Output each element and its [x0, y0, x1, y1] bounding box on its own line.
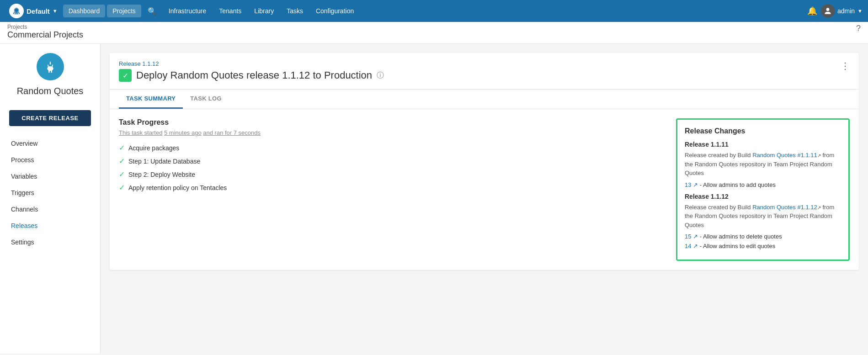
more-options-icon[interactable]: ⋮ — [841, 60, 850, 71]
rc-item-15-text: - Allow admins to delete quotes — [700, 233, 782, 240]
project-icon — [37, 53, 64, 80]
task-title: Deploy Random Quotes release 1.1.12 to P… — [136, 69, 372, 81]
release-1-1-11-desc: Release created by Build Random Quotes #… — [685, 151, 841, 178]
check-icon-1: ✓ — [119, 143, 125, 152]
octopus-logo — [9, 4, 24, 18]
rc-item-15-link[interactable]: 15 ↗ — [685, 233, 698, 240]
task-success-icon: ✓ — [119, 69, 132, 82]
search-icon[interactable]: 🔍 — [143, 4, 161, 18]
create-release-button[interactable]: CREATE RELEASE — [9, 110, 91, 126]
task-steps: ✓ Acquire packages ✓ Step 1: Update Data… — [119, 143, 667, 192]
check-icon-2: ✓ — [119, 157, 125, 165]
sidebar-item-variables[interactable]: Variables — [0, 168, 100, 185]
main-layout: Random Quotes CREATE RELEASE Overview Pr… — [0, 44, 868, 353]
svg-rect-5 — [51, 70, 52, 73]
release-1-1-12-title: Release 1.1.12 — [685, 193, 841, 200]
sidebar-item-settings[interactable]: Settings — [0, 234, 100, 250]
user-chevron-icon: ▼ — [857, 8, 863, 14]
task-started-link[interactable]: 5 minutes ago — [164, 129, 202, 136]
admin-label: admin — [837, 7, 855, 15]
nav-right: 🔔 admin ▼ — [807, 4, 863, 18]
sidebar-nav: Overview Process Variables Triggers Chan… — [0, 135, 100, 250]
breadcrumb-title: Commercial Projects — [7, 30, 83, 40]
task-card-title-section: Release 1.1.12 ✓ Deploy Random Quotes re… — [119, 60, 384, 82]
release-link[interactable]: Release 1.1.12 — [119, 60, 384, 67]
task-progress-title: Task Progress — [119, 118, 667, 127]
task-tabs: TASK SUMMARY TASK LOG — [110, 90, 859, 109]
release-1-1-11-item-1: 13 ↗ - Allow admins to add quotes — [685, 181, 841, 188]
release-1-1-11-link[interactable]: Random Quotes #1.1.11 — [752, 152, 817, 159]
rc-item-14-link[interactable]: 14 ↗ — [685, 243, 698, 249]
nav-library[interactable]: Library — [249, 5, 279, 17]
sidebar-item-triggers[interactable]: Triggers — [0, 185, 100, 201]
brand-chevron-icon: ▼ — [53, 8, 58, 14]
sidebar-item-releases[interactable]: Releases — [0, 217, 100, 234]
task-card-header: Release 1.1.12 ✓ Deploy Random Quotes re… — [110, 53, 859, 90]
check-icon-4: ✓ — [119, 183, 125, 192]
notification-bell-icon[interactable]: 🔔 — [807, 6, 817, 16]
task-content: Task Progress This task started 5 minute… — [110, 109, 859, 270]
nav-infrastructure[interactable]: Infrastructure — [163, 5, 212, 17]
task-help-icon[interactable]: ⓘ — [377, 71, 384, 80]
release-changes-title: Release Changes — [685, 127, 841, 135]
brand-label: Default — [27, 7, 50, 15]
task-title-row: ✓ Deploy Random Quotes release 1.1.12 to… — [119, 69, 384, 82]
project-name: Random Quotes — [17, 86, 84, 96]
nav-dashboard[interactable]: Dashboard — [63, 5, 106, 17]
nav-tenants[interactable]: Tenants — [213, 5, 247, 17]
top-nav: Default ▼ Dashboard Projects 🔍 Infrastru… — [0, 0, 868, 22]
task-step-3: ✓ Step 2: Deploy Website — [119, 170, 667, 179]
sidebar-item-overview[interactable]: Overview — [0, 135, 100, 152]
release-1-1-11-title: Release 1.1.11 — [685, 141, 841, 148]
step-label-3: Step 2: Deploy Website — [128, 171, 195, 178]
sidebar-logo-area: Random Quotes — [0, 53, 100, 106]
release-1-1-12-link[interactable]: Random Quotes #1.1.12 — [752, 204, 817, 211]
avatar — [821, 4, 835, 18]
step-label-4: Apply retention policy on Tentacles — [128, 184, 227, 191]
sidebar-item-process[interactable]: Process — [0, 152, 100, 168]
svg-rect-4 — [48, 70, 50, 73]
step-label-1: Acquire packages — [128, 144, 179, 152]
step-label-2: Step 1: Update Database — [128, 158, 200, 165]
svg-point-3 — [47, 66, 53, 71]
sidebar: Random Quotes CREATE RELEASE Overview Pr… — [0, 44, 101, 353]
task-step-2: ✓ Step 1: Update Database — [119, 157, 667, 165]
svg-point-0 — [15, 8, 18, 12]
task-progress-section: Task Progress This task started 5 minute… — [119, 118, 667, 261]
nav-tasks[interactable]: Tasks — [281, 5, 309, 17]
brand-logo[interactable]: Default ▼ — [5, 4, 61, 18]
rc-item-13-link[interactable]: 13 ↗ — [685, 181, 698, 188]
release-1-1-12-item-1: 15 ↗ - Allow admins to delete quotes — [685, 233, 841, 240]
release-1-1-12-item-2: 14 ↗ - Allow admins to edit quotes — [685, 243, 841, 249]
tab-task-summary[interactable]: TASK SUMMARY — [119, 90, 183, 109]
tab-task-log[interactable]: TASK LOG — [183, 90, 229, 109]
rc-item-14-text: - Allow admins to edit quotes — [700, 243, 775, 249]
nav-projects[interactable]: Projects — [107, 5, 141, 17]
breadcrumb-parent[interactable]: Projects — [7, 24, 83, 30]
help-icon[interactable]: ? — [856, 24, 861, 33]
breadcrumb-bar: Projects Commercial Projects ? — [0, 22, 868, 44]
task-card: Release 1.1.12 ✓ Deploy Random Quotes re… — [110, 53, 859, 270]
release-1-1-12-desc: Release created by Build Random Quotes #… — [685, 203, 841, 230]
sidebar-item-channels[interactable]: Channels — [0, 201, 100, 217]
svg-point-2 — [826, 8, 830, 11]
task-step-1: ✓ Acquire packages — [119, 143, 667, 152]
rc-item-13-text: - Allow admins to add quotes — [700, 181, 776, 188]
nav-configuration[interactable]: Configuration — [310, 5, 359, 17]
user-menu[interactable]: admin ▼ — [821, 4, 863, 18]
content-area: Release 1.1.12 ✓ Deploy Random Quotes re… — [101, 44, 868, 353]
release-changes-section: Release Changes Release 1.1.11 Release c… — [676, 118, 850, 261]
check-icon-3: ✓ — [119, 170, 125, 179]
task-started-text: This task started 5 minutes ago and ran … — [119, 129, 667, 136]
task-step-4: ✓ Apply retention policy on Tentacles — [119, 183, 667, 192]
